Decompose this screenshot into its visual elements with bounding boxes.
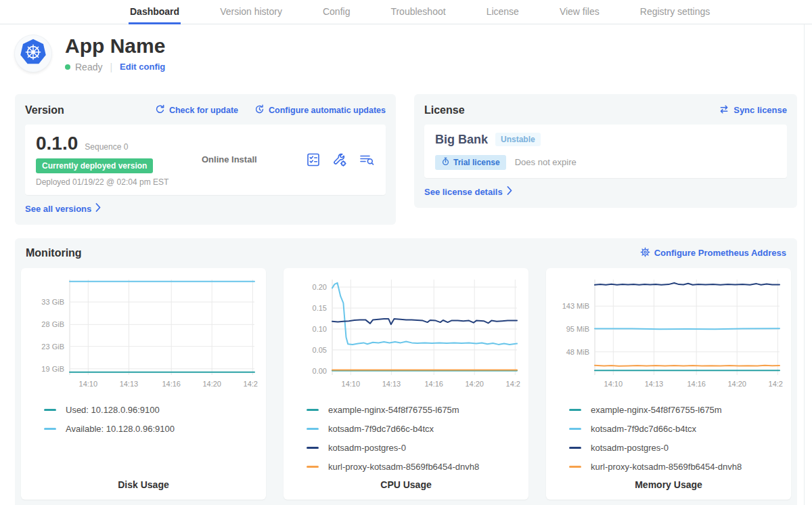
legend-item: kotsadm-7f9dc7d66c-b4tcx [307,420,520,439]
legend-color-dash [569,428,581,430]
chevron-right-icon [507,186,512,197]
gear-icon [640,247,650,259]
memory-usage-chart: 14:1014:1314:1614:2014:23143 MiB95 MiB48… [554,276,783,391]
legend-color-dash [307,409,319,411]
disk-usage-legend: Used: 10.128.0.96:9100Available: 10.128.… [29,401,258,439]
clock-refresh-icon [254,104,265,116]
version-card-title: Version [25,104,64,116]
legend-color-dash [307,447,319,449]
legend-color-dash [569,447,581,449]
svg-text:0.00: 0.00 [313,366,327,374]
cpu-usage-chart: 14:1014:1314:1614:2014:230.200.150.100.0… [292,276,520,391]
legend-label: kurl-proxy-kotsadm-8569fb6454-dnvh8 [328,462,479,472]
legend-color-dash [569,466,581,468]
view-logs-icon[interactable] [359,152,375,167]
tab-troubleshoot[interactable]: Troubleshoot [389,0,447,24]
svg-text:19 GiB: 19 GiB [41,364,64,372]
install-type-label: Online Install [202,154,306,164]
sync-license-button[interactable]: Sync license [719,104,787,116]
legend-item: example-nginx-54f8f76755-l675m [569,401,783,420]
tab-dashboard[interactable]: Dashboard [129,0,181,24]
svg-text:14:13: 14:13 [645,380,664,388]
svg-text:0.20: 0.20 [313,283,327,291]
sync-arrows-icon [719,104,729,116]
current-version-card: 0.1.0 Sequence 0 Currently deployed vers… [25,125,386,195]
legend-item: kotsadm-7f9dc7d66c-b4tcx [569,420,783,439]
legend-color-dash [307,428,319,430]
config-wrench-icon[interactable] [332,152,347,167]
svg-text:14:16: 14:16 [162,380,181,388]
svg-text:14:16: 14:16 [687,380,706,388]
svg-text:14:20: 14:20 [727,380,746,388]
configure-prometheus-button[interactable]: Configure Prometheus Address [640,247,786,259]
see-license-details-link[interactable]: See license details [424,186,512,197]
see-all-versions-link[interactable]: See all versions [25,203,101,214]
svg-text:14:10: 14:10 [604,380,623,388]
legend-item: Available: 10.128.0.96:9100 [44,420,258,439]
legend-label: kurl-proxy-kotsadm-8569fb6454-dnvh8 [591,462,742,472]
trial-license-badge: Trial license [435,155,506,170]
tab-registry-settings[interactable]: Registry settings [639,0,711,24]
monitoring-title: Monitoring [26,247,82,259]
legend-label: kotsadm-7f9dc7d66c-b4tcx [591,424,696,434]
svg-text:28 GiB: 28 GiB [41,320,64,328]
app-avatar [15,35,51,72]
status-dot-icon [65,64,70,70]
check-for-update-button[interactable]: Check for update [155,104,238,116]
memory-usage-chart-card: 14:1014:1314:1614:2014:23143 MiB95 MiB48… [546,268,791,500]
svg-text:14:16: 14:16 [424,380,443,388]
legend-label: example-nginx-54f8f76755-l675m [591,405,722,415]
legend-item: kurl-proxy-kotsadm-8569fb6454-dnvh8 [307,458,520,477]
legend-item: kotsadm-postgres-0 [307,439,520,458]
legend-color-dash [569,409,581,411]
cards-row: Version Check for update [0,94,812,225]
legend-color-dash [44,409,56,411]
preflight-checklist-icon[interactable] [306,152,321,167]
page-title: App Name [65,35,165,57]
svg-text:143 MiB: 143 MiB [562,302,589,310]
chevron-right-icon [95,203,101,214]
svg-text:14:20: 14:20 [202,380,221,388]
version-number: 0.1.0 [36,133,78,154]
svg-text:14:23: 14:23 [244,380,258,388]
legend-label: kotsadm-postgres-0 [591,443,669,453]
monitoring-section: Monitoring Configure Prometheus Address … [15,238,797,505]
customer-name: Big Bank [435,133,488,147]
status-label: Ready [75,62,102,72]
legend-label: Used: 10.128.0.96:9100 [66,405,160,415]
svg-text:0.10: 0.10 [313,325,327,333]
kubernetes-logo-icon [20,39,47,68]
cpu-usage-legend: example-nginx-54f8f76755-l675mkotsadm-7f… [292,401,520,477]
legend-item: kurl-proxy-kotsadm-8569fb6454-dnvh8 [569,458,783,477]
tab-license[interactable]: License [485,0,520,24]
divider: | [110,62,112,72]
deployed-timestamp: Deployed 01/19/22 @ 02:04 pm EST [36,177,202,187]
tab-version-history[interactable]: Version history [219,0,284,24]
license-summary-card: Big Bank Unstable Trial license Does not… [424,125,787,178]
configure-automatic-updates-button[interactable]: Configure automatic updates [254,104,386,116]
tab-view-files[interactable]: View files [558,0,601,24]
charts-row: 14:1014:1314:1614:2014:2333 GiB28 GiB23 … [21,268,791,500]
sequence-label: Sequence 0 [85,142,128,152]
svg-text:95 MiB: 95 MiB [566,325,589,333]
legend-color-dash [44,428,56,430]
legend-label: example-nginx-54f8f76755-l675m [328,405,459,415]
stopwatch-icon [441,157,450,168]
top-nav: Dashboard Version history Config Trouble… [0,0,812,24]
tab-config[interactable]: Config [321,0,351,24]
svg-text:0.15: 0.15 [313,304,327,312]
legend-item: Used: 10.128.0.96:9100 [44,401,258,420]
svg-text:33 GiB: 33 GiB [41,298,64,306]
disk-usage-chart-card: 14:1014:1314:1614:2014:2333 GiB28 GiB23 … [21,268,266,500]
chart-title: CPU Usage [292,479,520,491]
expiration-label: Does not expire [515,157,577,167]
content-right-border [804,24,805,505]
refresh-icon [155,104,165,116]
version-card: Version Check for update [15,94,396,225]
legend-color-dash [307,466,319,468]
legend-label: kotsadm-7f9dc7d66c-b4tcx [328,424,434,434]
edit-config-link[interactable]: Edit config [120,62,165,72]
app-header: App Name Ready | Edit config [0,24,812,82]
svg-text:0.05: 0.05 [313,345,327,353]
svg-text:14:20: 14:20 [465,380,484,388]
